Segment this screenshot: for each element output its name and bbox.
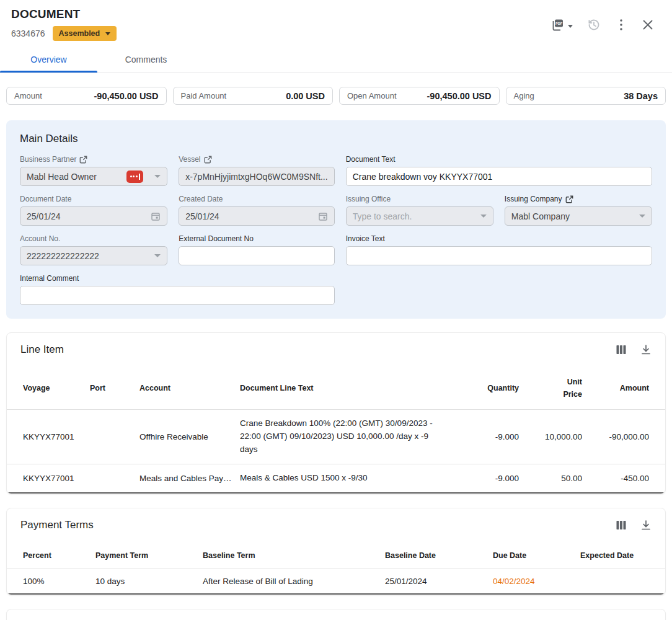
chevron-down-icon	[105, 32, 110, 35]
aging-label: Aging	[514, 91, 534, 100]
more-options-button[interactable]	[612, 16, 630, 37]
download-icon	[640, 520, 652, 531]
account-no-select[interactable]: 222222222222222	[20, 246, 167, 265]
issuing-company-select[interactable]: Mabl Company	[505, 206, 652, 226]
payment-term-row[interactable]: 100% 10 days After Release of Bill of La…	[7, 569, 665, 593]
line-item-title: Line Item	[20, 343, 64, 356]
col-percent: Percent	[23, 551, 95, 560]
close-icon	[641, 18, 655, 34]
payment-term-cell: 10 days	[95, 569, 203, 593]
columns-icon	[616, 520, 627, 531]
aging-card: Aging 38 Days	[506, 87, 666, 105]
baseline-term-cell: After Release of Bill of Lading	[203, 569, 385, 593]
col-port: Port	[90, 384, 139, 392]
created-date-picker[interactable]: 25/01/24	[179, 206, 335, 226]
columns-icon	[616, 344, 627, 355]
paid-amount-card: Paid Amount 0.00 USD	[173, 87, 334, 105]
main-details-title: Main Details	[20, 133, 652, 145]
col-quantity: Quantity	[462, 384, 519, 392]
amount-label: Amount	[14, 91, 42, 100]
chevron-down-icon	[639, 215, 645, 218]
col-account: Account	[139, 384, 240, 392]
column-settings-button[interactable]	[616, 344, 627, 355]
issuing-office-select[interactable]: Type to search.	[346, 206, 493, 226]
external-link-icon	[79, 156, 87, 164]
account-no-label: Account No.	[20, 234, 167, 243]
column-settings-button[interactable]	[616, 520, 627, 531]
close-button[interactable]	[639, 16, 657, 37]
page-title: DOCUMENT	[11, 7, 117, 21]
payment-terms-header-row: Percent Payment Term Baseline Term Basel…	[7, 535, 665, 569]
invoice-text-label: Invoice Text	[346, 234, 652, 243]
issuing-office-label: Issuing Office	[346, 195, 493, 203]
document-text-input[interactable]	[346, 167, 652, 186]
open-amount-card: Open Amount -90,450.00 USD	[339, 87, 500, 105]
document-line-text-cell: Crane Breakdown 100% (22:00 (GMT) 30/09/…	[240, 410, 462, 464]
kebab-menu-icon	[615, 18, 627, 34]
paid-amount-label: Paid Amount	[181, 91, 227, 100]
col-expected-date: Expected Date	[580, 551, 649, 560]
unit-price-cell: 50.00	[519, 466, 582, 490]
amount-cell: -90,000.00	[582, 425, 649, 449]
receipts-section: Receipts, Payments and Credit Notes Docu…	[6, 609, 666, 620]
summary-cards: Amount -90,450.00 USD Paid Amount 0.00 U…	[6, 87, 666, 105]
due-date-cell: 04/02/2024	[493, 569, 580, 593]
account-cell: Offhire Receivable	[139, 425, 240, 449]
external-link-icon	[204, 156, 212, 164]
partner-flag-icon[interactable]	[126, 170, 143, 183]
history-icon	[586, 17, 601, 35]
pdf-export-icon: PDF	[549, 17, 565, 35]
port-cell	[90, 429, 139, 444]
pdf-export-button[interactable]: PDF	[547, 15, 575, 37]
chevron-down-icon	[154, 254, 161, 257]
header-toolbar: PDF	[547, 11, 657, 41]
history-button[interactable]	[584, 15, 604, 37]
download-button[interactable]	[640, 520, 652, 531]
calendar-icon	[318, 211, 328, 221]
status-badge-dropdown[interactable]: Assembled	[53, 26, 117, 41]
line-item-section: Line Item Voyage Port Account Document L…	[6, 332, 666, 494]
vessel-field[interactable]: x-7pMnHjyjimtxgHOq6WC0M9SNft...	[179, 167, 335, 186]
invoice-text-input[interactable]	[346, 246, 652, 265]
payment-terms-section: Payment Terms Percent Payment Term Basel…	[6, 508, 666, 595]
amount-value: -90,450.00 USD	[94, 91, 159, 101]
document-text-label: Document Text	[346, 155, 652, 164]
internal-comment-input[interactable]	[20, 286, 335, 305]
external-link-icon	[565, 195, 573, 203]
main-details-panel: Main Details Business Partner Mabl Head …	[6, 120, 666, 319]
chevron-down-icon	[480, 215, 487, 218]
tab-bar: Overview Comments	[0, 47, 672, 73]
col-baseline-term: Baseline Term	[203, 551, 385, 560]
col-amount: Amount	[582, 384, 649, 392]
line-item-row[interactable]: KKYYX77001 Meals and Cables Pay… Meals &…	[7, 464, 665, 492]
document-date-picker[interactable]: 25/01/24	[20, 206, 167, 226]
payment-terms-title: Payment Terms	[20, 519, 94, 531]
unit-price-cell: 10,000.00	[519, 425, 582, 449]
percent-cell: 100%	[23, 569, 95, 593]
col-due-date: Due Date	[493, 551, 580, 560]
col-voyage: Voyage	[23, 384, 90, 392]
document-line-text-cell: Meals & Cables USD 1500 x -9/30	[240, 464, 462, 492]
issuing-company-label: Issuing Company	[505, 195, 652, 203]
amount-card: Amount -90,450.00 USD	[6, 87, 167, 105]
open-amount-label: Open Amount	[347, 91, 397, 100]
download-button[interactable]	[640, 344, 652, 355]
tab-comments[interactable]: Comments	[97, 47, 195, 73]
port-cell	[90, 471, 139, 485]
line-item-header-row: Voyage Port Account Document Line Text Q…	[7, 360, 665, 409]
tab-overview[interactable]: Overview	[0, 47, 97, 73]
baseline-date-cell: 25/01/2024	[385, 569, 493, 593]
voyage-cell: KKYYX77001	[23, 425, 90, 449]
aging-value: 38 Days	[624, 91, 658, 101]
expected-date-cell	[580, 574, 649, 588]
line-item-row[interactable]: KKYYX77001 Offhire Receivable Crane Brea…	[7, 409, 665, 464]
voyage-cell: KKYYX77001	[23, 466, 90, 490]
pdf-export-caret-icon	[568, 25, 573, 28]
vessel-label: Vessel	[179, 155, 335, 164]
external-document-no-input[interactable]	[179, 246, 335, 265]
quantity-cell: -9.000	[462, 425, 519, 449]
col-document-line-text: Document Line Text	[240, 384, 462, 392]
paid-amount-value: 0.00 USD	[286, 91, 325, 101]
document-number: 6334676	[11, 29, 45, 38]
business-partner-select[interactable]: Mabl Head Owner	[20, 167, 167, 186]
